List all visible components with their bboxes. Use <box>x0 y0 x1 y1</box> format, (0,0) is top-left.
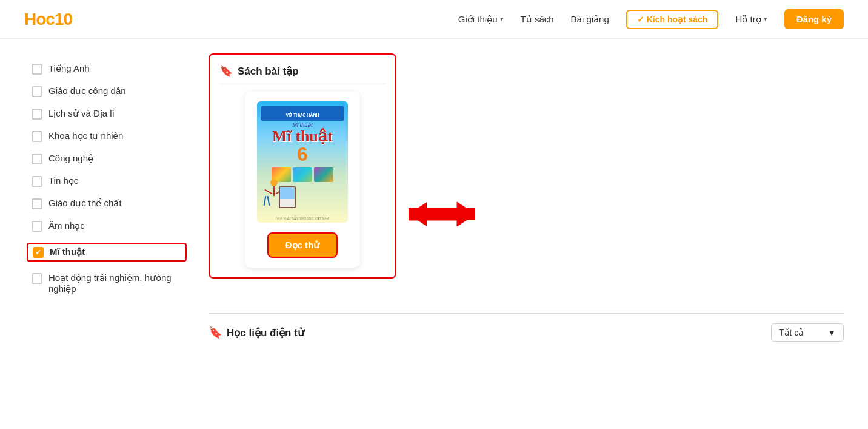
sidebar-item-cong-nghe[interactable]: Công nghệ <box>32 153 187 164</box>
content-area: 🔖 Sách bài tập VỞ THỰC HÀNH Mĩ thuật Mĩ … <box>209 53 844 342</box>
bottom-header: 🔖 Học liệu điện tử Tất cả ▼ <box>209 323 844 342</box>
header: Hoc10 Giới thiệu ▾ Tủ sách Bài giảng ✓ K… <box>0 0 868 39</box>
sach-bai-tap-section: 🔖 Sách bài tập VỞ THỰC HÀNH Mĩ thuật Mĩ … <box>209 53 396 279</box>
sidebar-item-khoa-hoc[interactable]: Khoa học tự nhiên <box>32 130 187 142</box>
filter-dropdown[interactable]: Tất cả ▼ <box>771 323 844 342</box>
book-card: VỞ THỰC HÀNH Mĩ thuật Mĩ thuật 6 <box>245 92 360 268</box>
sidebar-item-gdcd[interactable]: Giáo dục công dân <box>32 86 187 97</box>
hoc-lieu-title: Học liệu điện tử <box>227 326 304 339</box>
kich-hoat-sach-button[interactable]: ✓ Kích hoạt sách <box>626 10 719 29</box>
book-grade: 6 <box>297 144 308 164</box>
checkbox-mi-thuat[interactable] <box>33 247 44 258</box>
divider <box>209 308 844 308</box>
book-header-bar: VỞ THỰC HÀNH <box>261 106 344 121</box>
bottom-header-left: 🔖 Học liệu điện tử <box>209 326 304 339</box>
nav-item-ho-tro[interactable]: Hỗ trợ ▾ <box>735 14 767 25</box>
sidebar-item-am-nhac[interactable]: Âm nhạc <box>32 220 187 232</box>
doc-thu-button[interactable]: Đọc thử <box>267 232 338 258</box>
bookmark-icon-2: 🔖 <box>209 326 222 339</box>
checkbox-tin-hoc[interactable] <box>32 176 42 187</box>
nav-item-gioi-thieu[interactable]: Giới thiệu ▾ <box>458 14 504 25</box>
sidebar-item-tin-hoc[interactable]: Tin học <box>32 175 187 187</box>
logo[interactable]: Hoc10 <box>24 10 72 29</box>
nav-item-bai-giang[interactable]: Bài giảng <box>571 14 609 25</box>
chevron-down-icon: ▾ <box>500 15 504 23</box>
checkbox-lich-su[interactable] <box>32 109 42 120</box>
sidebar-item-gdtc[interactable]: Giáo dục thể chất <box>32 198 187 209</box>
publisher-watermark: NHÀ XUẤT BẢN GIÁO DỤC VIỆT NAM <box>276 217 329 220</box>
logo-text: Hoc <box>24 10 55 29</box>
checkbox-cong-nghe[interactable] <box>32 154 42 164</box>
logo-accent: 10 <box>55 10 72 29</box>
book-main-title: Mĩ thuật <box>272 129 333 144</box>
section-title: Sách bài tập <box>238 65 299 78</box>
arrow-icon <box>409 199 475 229</box>
hoc-lieu-dien-tu-section: 🔖 Học liệu điện tử Tất cả ▼ <box>209 313 844 342</box>
checkbox-hoat-dong[interactable] <box>32 273 42 284</box>
book-thumb-3 <box>314 167 333 182</box>
chevron-down-icon-3: ▼ <box>827 328 836 337</box>
checkbox-gdtc[interactable] <box>32 198 42 209</box>
sidebar-item-tieng-anh[interactable]: Tiếng Anh <box>32 63 187 75</box>
svg-marker-1 <box>409 202 475 226</box>
checkbox-am-nhac[interactable] <box>32 221 42 232</box>
section-header: 🔖 Sách bài tập <box>219 64 386 84</box>
dang-ky-button[interactable]: Đăng ký <box>784 9 844 29</box>
main-nav: Giới thiệu ▾ Tủ sách Bài giảng ✓ Kích ho… <box>458 9 844 29</box>
sidebar-item-hoat-dong[interactable]: Hoạt động trải nghiệm, hướng nghiệp <box>32 272 187 294</box>
book-thumb-2 <box>293 167 312 182</box>
book-cover-inner: VỞ THỰC HÀNH Mĩ thuật Mĩ thuật 6 <box>257 101 348 223</box>
bookmark-icon: 🔖 <box>219 64 233 78</box>
checkbox-gdcd[interactable] <box>32 86 42 97</box>
main-layout: Tiếng Anh Giáo dục công dân Lịch sử và Đ… <box>0 39 868 356</box>
sidebar-item-lich-su[interactable]: Lịch sử và Địa lí <box>32 108 187 120</box>
checkbox-tieng-anh[interactable] <box>32 64 42 75</box>
chevron-down-icon-2: ▾ <box>764 15 767 23</box>
easel <box>279 186 296 208</box>
book-cover: VỞ THỰC HÀNH Mĩ thuật Mĩ thuật 6 <box>257 101 348 223</box>
arrow-annotation <box>409 199 475 229</box>
sidebar: Tiếng Anh Giáo dục công dân Lịch sử và Đ… <box>24 53 194 342</box>
nav-item-tu-sach[interactable]: Tủ sách <box>521 14 554 25</box>
sidebar-item-mi-thuat[interactable]: Mĩ thuật <box>27 243 187 262</box>
checkbox-khoa-hoc[interactable] <box>32 131 42 142</box>
